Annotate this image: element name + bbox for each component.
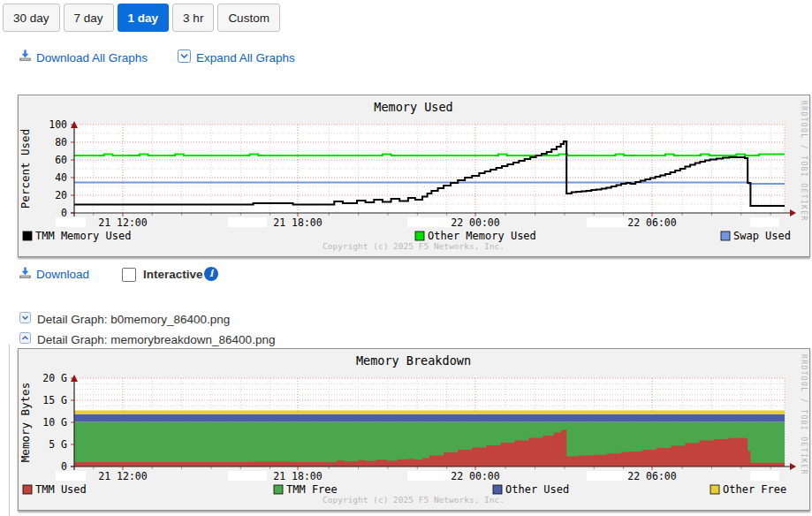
detail-graph-b0memory-label: Detail Graph: b0memory_86400.png — [37, 313, 230, 326]
download-icon[interactable] — [18, 266, 33, 285]
svg-text:TMM Memory Used: TMM Memory Used — [35, 230, 131, 242]
svg-text:Copyright (c) 2025 F5 Networks: Copyright (c) 2025 F5 Networks, Inc. — [323, 495, 505, 505]
svg-text:100: 100 — [49, 118, 67, 131]
svg-text:15 G: 15 G — [42, 394, 67, 406]
redaction-box — [750, 217, 779, 227]
chevron-up-box-icon — [19, 331, 31, 347]
svg-text:5 G: 5 G — [49, 438, 67, 451]
tab-3-hr[interactable]: 3 hr — [172, 4, 214, 32]
memory-used-graph-panel: 02040608010021 12:0021 18:0022 00:0022 0… — [18, 95, 810, 257]
svg-text:21 18:00: 21 18:00 — [273, 216, 322, 229]
detail-graph-b0memory-row[interactable]: Detail Graph: b0memory_86400.png — [19, 311, 230, 327]
band-other-free — [74, 411, 785, 414]
time-range-tabs: 30 day 7 day 1 day 3 hr Custom — [3, 4, 280, 32]
redaction-box — [587, 217, 629, 227]
svg-text:21 18:00: 21 18:00 — [273, 470, 322, 482]
redaction-box — [407, 471, 453, 481]
svg-text:60: 60 — [55, 154, 67, 166]
svg-text:Copyright (c) 2025 F5 Networks: Copyright (c) 2025 F5 Networks, Inc. — [323, 241, 505, 251]
memory-breakdown-graph-panel: 05 G10 G15 G20 G21 12:0021 18:0022 00:00… — [18, 348, 810, 511]
svg-text:RRDTOOL / TOBI OETIKER: RRDTOOL / TOBI OETIKER — [800, 101, 808, 222]
svg-text:0: 0 — [61, 207, 67, 219]
svg-text:40: 40 — [55, 171, 67, 184]
svg-text:Memory Breakdown: Memory Breakdown — [356, 353, 471, 368]
memory-used-chart: 02040608010021 12:0021 18:0022 00:0022 0… — [19, 95, 809, 256]
detail-graph-memorybreakdown-label: Detail Graph: memorybreakdown_86400.png — [37, 333, 275, 346]
expand-all-chevron-down-icon[interactable] — [178, 49, 191, 66]
svg-text:Memory Bytes: Memory Bytes — [19, 383, 32, 462]
expand-all-graphs-link[interactable]: Expand All Graphs — [196, 51, 295, 64]
svg-text:22 06:00: 22 06:00 — [627, 470, 676, 482]
svg-text:80: 80 — [55, 136, 67, 148]
svg-text:TMM Free: TMM Free — [286, 483, 338, 496]
svg-text:Other Used: Other Used — [505, 483, 569, 496]
svg-text:20: 20 — [55, 189, 67, 201]
chevron-down-box-icon — [19, 311, 31, 327]
svg-text:RRDTOOL / TOBI OETIKER: RRDTOOL / TOBI OETIKER — [800, 354, 808, 475]
svg-text:Other Free: Other Free — [723, 483, 786, 496]
legend-swatch — [23, 485, 32, 494]
redaction-box — [228, 471, 267, 481]
legend-swatch — [415, 231, 424, 240]
info-icon[interactable]: i — [204, 267, 218, 281]
svg-text:22 06:00: 22 06:00 — [627, 216, 676, 229]
tab-1-day[interactable]: 1 day — [118, 4, 170, 32]
expanded-section-left-border — [9, 345, 10, 516]
interactive-checkbox[interactable] — [122, 268, 136, 282]
svg-text:Swap Used: Swap Used — [733, 230, 791, 242]
redaction-box — [750, 471, 779, 481]
tab-7-day[interactable]: 7 day — [64, 4, 114, 32]
svg-text:Other Memory Used: Other Memory Used — [428, 230, 536, 242]
svg-text:Memory Used: Memory Used — [374, 100, 452, 114]
memory-breakdown-chart: 05 G10 G15 G20 G21 12:0021 18:0022 00:00… — [19, 349, 809, 510]
download-all-graphs-link[interactable]: Download All Graphs — [36, 51, 148, 64]
legend-swatch — [23, 231, 32, 240]
legend-swatch — [710, 485, 719, 494]
x-axis-arrow — [790, 463, 796, 470]
band-other-used — [74, 414, 785, 422]
svg-text:Percent Used: Percent Used — [19, 129, 32, 209]
legend-swatch — [721, 231, 730, 240]
svg-text:21 12:00: 21 12:00 — [98, 470, 147, 482]
redaction-box — [228, 217, 267, 227]
detail-graph-memorybreakdown-row[interactable]: Detail Graph: memorybreakdown_86400.png — [19, 331, 275, 347]
svg-text:21 12:00: 21 12:00 — [98, 216, 147, 229]
svg-text:10 G: 10 G — [42, 416, 67, 429]
svg-text:TMM Used: TMM Used — [35, 483, 87, 496]
svg-text:20 G: 20 G — [42, 372, 67, 384]
svg-text:22 00:00: 22 00:00 — [451, 470, 499, 482]
tab-30-day[interactable]: 30 day — [3, 4, 60, 32]
download-link[interactable]: Download — [36, 268, 89, 281]
tab-custom[interactable]: Custom — [217, 4, 280, 32]
x-axis-arrow — [790, 209, 796, 216]
legend-swatch — [493, 485, 502, 494]
redaction-box — [56, 217, 86, 227]
svg-text:22 00:00: 22 00:00 — [451, 216, 499, 229]
download-icon[interactable] — [18, 49, 33, 67]
legend-swatch — [274, 485, 283, 494]
svg-text:0: 0 — [61, 460, 67, 473]
interactive-label: Interactive — [143, 268, 203, 281]
redaction-box — [587, 471, 629, 481]
redaction-box — [407, 217, 453, 227]
redaction-box — [56, 471, 86, 481]
